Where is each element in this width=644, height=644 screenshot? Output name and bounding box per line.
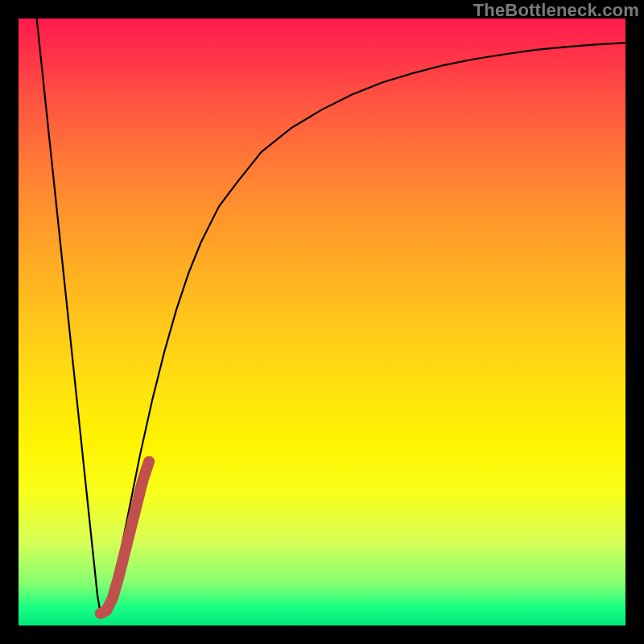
chart-svg (19, 19, 625, 625)
chart-frame: TheBottleneck.com (0, 0, 644, 644)
primary-curve (37, 19, 625, 613)
plot-area (19, 19, 625, 625)
highlight-segment (101, 461, 149, 613)
